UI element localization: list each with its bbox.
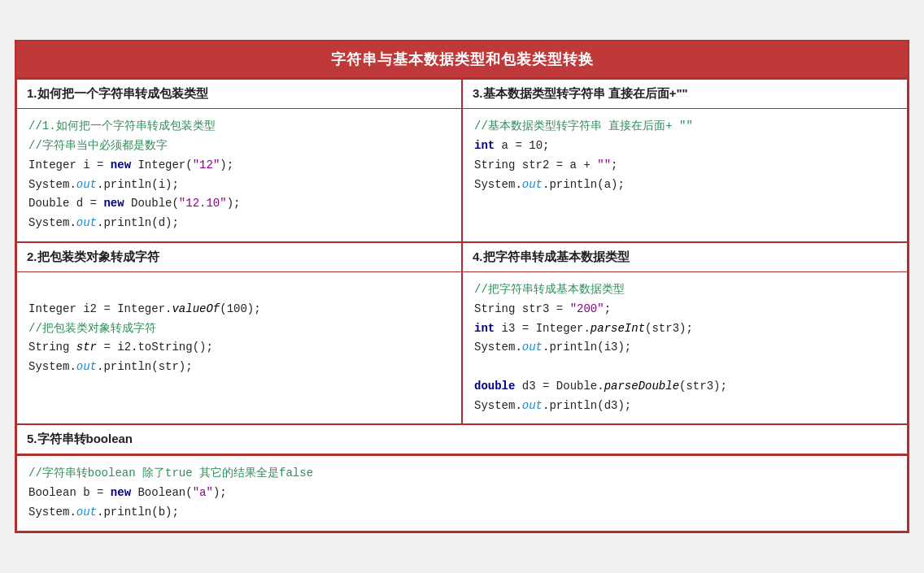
code-line: System.out.println(d3);	[474, 397, 896, 416]
code-line: int i3 = Integer.parseInt(str3);	[474, 319, 896, 339]
section2-code: Integer i2 = Integer.valueOf(100); //把包装…	[17, 272, 461, 405]
section2-cell: 2.把包装类对象转成字符 Integer i2 = Integer.valueO…	[16, 242, 462, 425]
code-line: Double d = new Double("12.10");	[28, 194, 450, 214]
code-line: //字符串当中必须都是数字	[28, 137, 450, 156]
code-line: Integer i = new Integer("12");	[28, 156, 450, 176]
code-line: int a = 10;	[474, 137, 896, 156]
code-line: System.out.println(d);	[28, 214, 450, 233]
code-line: System.out.println(i3);	[474, 338, 896, 358]
code-line: String str = i2.toString();	[28, 338, 450, 358]
content-grid: 1.如何把一个字符串转成包装类型 //1.如何把一个字符串转成包装类型 //字符…	[16, 77, 908, 532]
section1-code: //1.如何把一个字符串转成包装类型 //字符串当中必须都是数字 Integer…	[17, 109, 461, 241]
section5-code: //字符串转boolean 除了true 其它的结果全是false Boolea…	[17, 456, 907, 530]
code-line: String str2 = a + "";	[474, 156, 896, 176]
section5-code-cell: //字符串转boolean 除了true 其它的结果全是false Boolea…	[16, 455, 908, 531]
code-line: System.out.println(i);	[28, 176, 450, 195]
code-line: double d3 = Double.parseDouble(str3);	[474, 377, 896, 397]
section4-header: 4.把字符串转成基本数据类型	[463, 243, 907, 272]
section2-header: 2.把包装类对象转成字符	[17, 243, 461, 272]
section5-header: 5.字符串转boolean	[17, 425, 907, 454]
section4-cell: 4.把字符串转成基本数据类型 //把字符串转成基本数据类型 String str…	[462, 242, 908, 425]
code-line: Integer i2 = Integer.valueOf(100);	[28, 300, 450, 319]
code-line: //基本数据类型转字符串 直接在后面+ ""	[474, 117, 896, 137]
section3-header: 3.基本数据类型转字符串 直接在后面+""	[463, 80, 907, 109]
code-line: //字符串转boolean 除了true 其它的结果全是false	[28, 464, 896, 484]
section1-cell: 1.如何把一个字符串转成包装类型 //1.如何把一个字符串转成包装类型 //字符…	[16, 79, 462, 242]
code-line: System.out.println(a);	[474, 176, 896, 195]
page-title: 字符串与基本数据类型和包装类型转换	[16, 41, 908, 77]
main-container: 字符串与基本数据类型和包装类型转换 1.如何把一个字符串转成包装类型 //1.如…	[15, 40, 909, 533]
section5-header-cell: 5.字符串转boolean	[16, 424, 908, 455]
code-line: String str3 = "200";	[474, 300, 896, 319]
code-line: //把字符串转成基本数据类型	[474, 280, 896, 300]
code-line: //把包装类对象转成字符	[28, 319, 450, 339]
code-line: //1.如何把一个字符串转成包装类型	[28, 117, 450, 137]
section4-code: //把字符串转成基本数据类型 String str3 = "200"; int …	[463, 272, 907, 424]
section3-code: //基本数据类型转字符串 直接在后面+ "" int a = 10; Strin…	[463, 109, 907, 202]
code-line: Boolean b = new Boolean("a");	[28, 484, 896, 503]
section3-cell: 3.基本数据类型转字符串 直接在后面+"" //基本数据类型转字符串 直接在后面…	[462, 79, 908, 242]
section1-header: 1.如何把一个字符串转成包装类型	[17, 80, 461, 109]
code-line: System.out.println(b);	[28, 503, 896, 523]
code-line: System.out.println(str);	[28, 358, 450, 377]
